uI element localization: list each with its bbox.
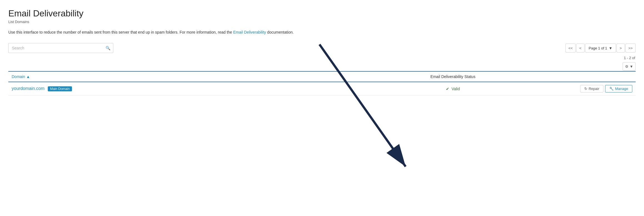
table-row: yourdomain.com Main Domain ✔ Valid ↻ Rep… xyxy=(8,82,636,96)
actions-column-header xyxy=(577,71,636,82)
description-text: Use this interface to reduce the number … xyxy=(8,29,636,35)
domain-column-header[interactable]: Domain ▲ xyxy=(8,71,329,82)
page-title: Email Deliverability xyxy=(8,8,636,19)
search-area: 🔍 xyxy=(8,43,113,53)
checkmark-icon: ✔ xyxy=(446,87,449,91)
domain-cell: yourdomain.com Main Domain xyxy=(8,82,329,96)
search-input[interactable] xyxy=(8,43,103,53)
domains-table: Domain ▲ Email Deliverability Status you… xyxy=(8,71,636,96)
domain-name: yourdomain.com xyxy=(12,86,44,91)
chevron-down-icon: ▼ xyxy=(609,46,612,50)
status-cell: ✔ Valid xyxy=(329,82,577,96)
repair-icon: ↻ xyxy=(584,87,587,91)
status-valid-text: ✔ Valid xyxy=(446,87,460,91)
last-page-button[interactable]: >> xyxy=(625,44,636,52)
next-page-button[interactable]: > xyxy=(616,44,625,52)
results-count: 1 - 2 of xyxy=(8,56,636,60)
table-options-row: ⚙ ▼ xyxy=(8,62,636,71)
action-buttons: ↻ Repair 🔧 Manage xyxy=(580,85,632,92)
pagination-controls: << < Page 1 of 1 ▼ > >> xyxy=(565,44,636,52)
gear-icon: ⚙ xyxy=(625,64,628,69)
repair-button[interactable]: ↻ Repair xyxy=(580,85,603,92)
search-button[interactable]: 🔍 xyxy=(103,43,113,53)
email-deliverability-doc-link[interactable]: Email Deliverability xyxy=(233,30,266,34)
actions-cell: ↻ Repair 🔧 Manage xyxy=(577,82,636,96)
wrench-icon: 🔧 xyxy=(609,87,614,91)
page-selector[interactable]: Page 1 of 1 ▼ xyxy=(585,44,616,52)
gear-dropdown-arrow: ▼ xyxy=(630,64,633,69)
sort-asc-icon: ▲ xyxy=(26,74,30,79)
manage-button[interactable]: 🔧 Manage xyxy=(605,85,632,92)
status-column-header: Email Deliverability Status xyxy=(329,71,577,82)
search-icon: 🔍 xyxy=(106,46,110,50)
prev-page-button[interactable]: < xyxy=(576,44,585,52)
column-settings-button[interactable]: ⚙ ▼ xyxy=(623,62,636,71)
page-subtitle: List Domains xyxy=(8,20,636,24)
toolbar: 🔍 << < Page 1 of 1 ▼ > >> xyxy=(8,43,636,53)
first-page-button[interactable]: << xyxy=(565,44,576,52)
table-header-row: Domain ▲ Email Deliverability Status xyxy=(8,71,636,82)
main-domain-badge: Main Domain xyxy=(48,86,72,91)
